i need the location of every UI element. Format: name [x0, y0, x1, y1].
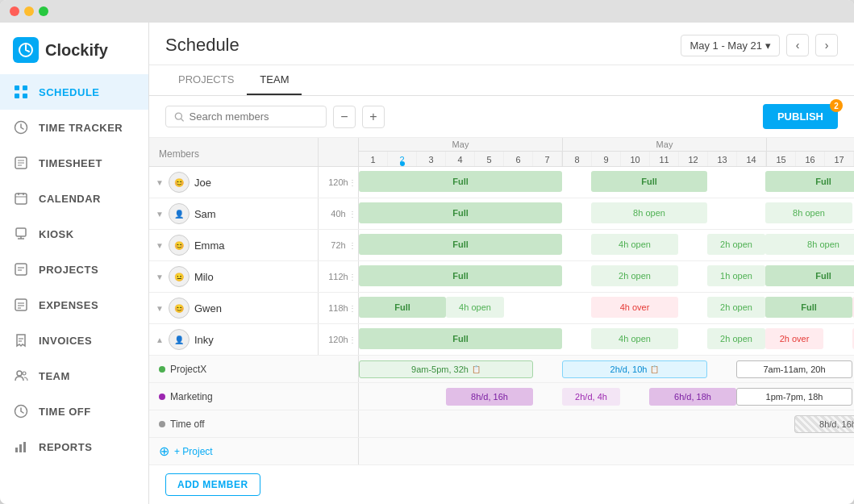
search-box[interactable] — [165, 106, 327, 127]
block-milo-1[interactable]: Full — [359, 265, 562, 286]
block-inky-2[interactable]: 4h open — [591, 328, 678, 349]
add-member-row: ADD MEMBER — [149, 465, 854, 504]
dots-sam[interactable]: ⋮ — [348, 210, 356, 219]
dots-milo[interactable]: ⋮ — [348, 273, 356, 281]
next-period-button[interactable]: › — [815, 34, 838, 56]
page-title: Schedule — [165, 35, 240, 56]
block-milo-2[interactable]: 2h open — [591, 265, 678, 286]
dots-emma[interactable]: ⋮ — [348, 241, 356, 250]
avatar-emma: 😊 — [169, 235, 190, 256]
publish-button[interactable]: PUBLISH 2 — [763, 104, 838, 129]
svg-rect-17 — [15, 264, 27, 275]
proj-block-mk-1[interactable]: 8h/d, 16h — [446, 388, 533, 406]
tab-team[interactable]: TEAM — [247, 65, 302, 95]
sidebar-label-kiosk: KIOSK — [39, 228, 74, 240]
sidebar-item-kiosk[interactable]: KIOSK — [0, 216, 148, 252]
sidebar-item-time-tracker[interactable]: TIME TRACKER — [0, 110, 148, 145]
dots-gwen[interactable]: ⋮ — [348, 304, 356, 313]
sidebar-item-schedule[interactable]: SCHEDULE — [0, 74, 148, 110]
minimize-button[interactable] — [24, 6, 34, 16]
proj-block-px-2[interactable]: 2h/d, 10h 📋 — [562, 360, 707, 378]
sidebar-label-timesheet: TIMESHEET — [39, 157, 102, 169]
dots-joe[interactable]: ⋮ — [348, 178, 356, 187]
sidebar-item-calendar[interactable]: CALENDAR — [0, 181, 148, 216]
block-inky-3[interactable]: 2h open — [707, 328, 765, 349]
day-9: 9 — [592, 152, 621, 166]
page-header: Schedule May 1 - May 21 ▾ ‹ › — [149, 23, 854, 65]
block-joe-1[interactable]: Full — [359, 171, 562, 192]
prev-period-button[interactable]: ‹ — [786, 34, 809, 56]
sidebar-item-timesheet[interactable]: TIMESHEET — [0, 145, 148, 181]
block-inky-1[interactable]: Full — [359, 328, 562, 349]
maximize-button[interactable] — [39, 6, 48, 16]
add-project-row: ⊕ + Project — [149, 438, 854, 465]
block-sam-1[interactable]: Full — [359, 202, 562, 223]
chevron-milo[interactable]: ▼ — [156, 273, 164, 281]
member-row-gwen: ▼ 😊 Gwen 118h ⋮ Full 4h open 4h over — [149, 293, 854, 324]
member-info-inky: ▲ 👤 Inky — [149, 324, 319, 355]
date-range-button[interactable]: May 1 - May 21 ▾ — [681, 35, 780, 56]
cells-inky: Full 4h open 2h open 2h over 4h over — [359, 324, 854, 355]
block-milo-4[interactable]: Full — [765, 265, 854, 286]
proj-block-mk-2[interactable]: 2h/d, 4h — [562, 388, 620, 406]
proj-block-to-1[interactable]: 8h/d, 16h — [794, 415, 854, 433]
chevron-gwen[interactable]: ▼ — [156, 304, 164, 313]
proj-block-px-3[interactable]: 7am-11am, 20h — [736, 360, 852, 378]
proj-block-mk-3[interactable]: 6h/d, 18h — [649, 388, 736, 406]
project-cells-projectx: 9am-5pm, 32h 📋 2h/d, 10h 📋 7am-11am, 20h — [359, 356, 854, 382]
day-11: 11 — [650, 152, 679, 166]
chevron-inky[interactable]: ▲ — [156, 335, 164, 344]
block-gwen-5[interactable]: Full — [765, 297, 852, 318]
add-project-button[interactable]: ⊕ + Project — [149, 438, 359, 464]
schedule-icon — [13, 84, 29, 100]
tab-projects[interactable]: PROJECTS — [165, 65, 247, 95]
search-input[interactable] — [190, 110, 318, 123]
block-gwen-2[interactable]: 4h open — [446, 297, 504, 318]
block-gwen-1[interactable]: Full — [359, 297, 446, 318]
app-body: Clockify SCHEDULE TIME TRACKER TIMESHEET — [0, 23, 854, 504]
block-joe-3[interactable]: Full — [765, 171, 854, 192]
project-label-projectx: ProjectX — [149, 356, 359, 382]
chevron-joe[interactable]: ▼ — [156, 178, 164, 187]
block-emma-1[interactable]: Full — [359, 234, 562, 255]
block-emma-3[interactable]: 2h open — [707, 234, 765, 255]
proj-block-mk-4[interactable]: 1pm-7pm, 18h — [736, 388, 852, 406]
tab-bar: PROJECTS TEAM — [149, 65, 854, 96]
dots-inky[interactable]: ⋮ — [348, 335, 356, 344]
member-row-milo: ▼ 😐 Milo 112h ⋮ Full 2h open 1h open — [149, 261, 854, 293]
timeoff-icon — [13, 403, 29, 419]
add-member-button[interactable]: ADD MEMBER — [165, 473, 260, 496]
block-gwen-4[interactable]: 2h open — [707, 297, 765, 318]
block-inky-4[interactable]: 2h over — [765, 328, 823, 349]
chevron-emma[interactable]: ▼ — [156, 241, 164, 250]
sidebar-item-invoices[interactable]: INVOICES — [0, 323, 148, 358]
block-sam-3[interactable]: 8h open — [765, 202, 852, 223]
sidebar-item-projects[interactable]: PROJECTS — [0, 252, 148, 287]
block-sam-2[interactable]: 8h open — [591, 202, 707, 223]
close-button[interactable] — [10, 6, 19, 16]
invoices-icon — [13, 332, 29, 348]
sidebar-item-reports[interactable]: REPORTS — [0, 429, 148, 464]
sidebar-item-team[interactable]: TEAM — [0, 358, 148, 394]
block-milo-3[interactable]: 1h open — [707, 265, 765, 286]
sidebar-label-time-tracker: TIME TRACKER — [39, 122, 123, 134]
kiosk-icon — [13, 226, 29, 242]
sidebar-label-projects: PROJECTS — [39, 264, 98, 276]
month-label-3: May — [767, 138, 854, 152]
proj-block-px-1[interactable]: 9am-5pm, 32h 📋 — [359, 360, 533, 378]
zoom-out-button[interactable]: − — [333, 106, 356, 128]
zoom-in-button[interactable]: + — [362, 106, 385, 128]
block-gwen-3[interactable]: 4h over — [591, 297, 678, 318]
block-joe-2[interactable]: Full — [591, 171, 707, 192]
chevron-sam[interactable]: ▼ — [156, 210, 164, 219]
sidebar-item-time-off[interactable]: TIME OFF — [0, 394, 148, 429]
month-group-1: May 1 2 3 4 5 6 7 — [359, 138, 563, 166]
day-2-today: 2 — [388, 152, 417, 166]
block-emma-4[interactable]: 8h open — [765, 234, 854, 255]
block-emma-2[interactable]: 4h open — [591, 234, 678, 255]
svg-rect-20 — [15, 299, 27, 310]
cells-sam: Full 8h open 8h open — [359, 198, 854, 229]
member-info-sam: ▼ 👤 Sam — [149, 198, 319, 229]
sidebar-item-expenses[interactable]: EXPENSES — [0, 287, 148, 323]
avatar-milo: 😐 — [169, 266, 190, 287]
